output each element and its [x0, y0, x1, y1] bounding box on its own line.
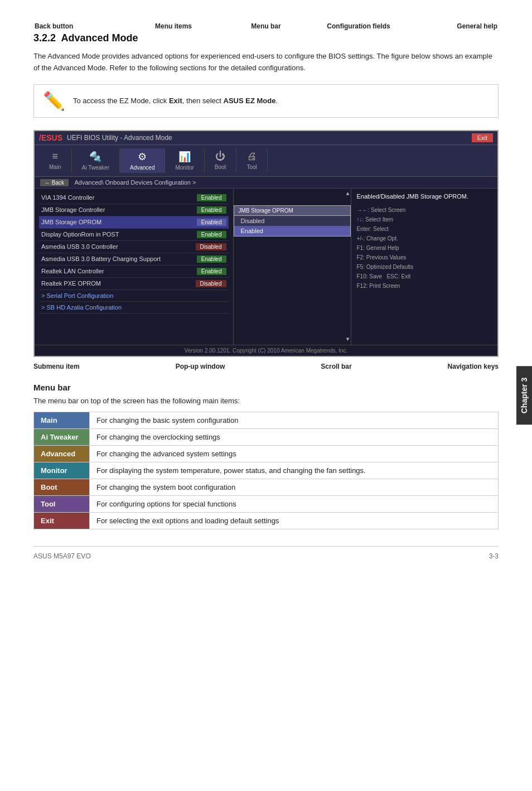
- bios-item-asmedia-usb[interactable]: Asmedia USB 3.0 Controller Disabled: [39, 241, 229, 253]
- menubar-desc-1: For changing the overclocking settings: [90, 428, 499, 445]
- bios-logo: /ESUS: [39, 133, 62, 142]
- menubar-row-tool: ToolFor configuring options for special …: [34, 495, 499, 512]
- label-nav-keys: Navigation keys: [448, 363, 499, 370]
- boot-icon: ⏻: [215, 151, 225, 162]
- menubar-label-3: Monitor: [34, 462, 90, 479]
- bios-item-asmedia-charge[interactable]: Asmedia USB 3.0 Battery Charging Support…: [39, 253, 229, 266]
- bios-menu-monitor[interactable]: 📊 Monitor: [165, 148, 204, 173]
- bios-menu-boot[interactable]: ⏻ Boot: [205, 148, 237, 172]
- bios-title: UEFI BIOS Utility - Advanced Mode: [67, 134, 467, 142]
- popup-item-disabled[interactable]: Disabled: [234, 216, 350, 226]
- sb-azalia-label: > SB HD Azalia Configuration: [41, 304, 122, 311]
- asmedia-usb-value: Disabled: [196, 243, 226, 250]
- monitor-label: Monitor: [175, 165, 194, 171]
- nav-f12: F12: Print Screen: [357, 281, 492, 291]
- bios-popup-window: JMB Storage OPROM Disabled Enabled: [234, 205, 351, 237]
- tool-icon: 🖨: [247, 151, 257, 162]
- aitweaker-label: Ai Tweaker: [82, 165, 109, 171]
- bios-item-sb-azalia[interactable]: > SB HD Azalia Configuration: [39, 302, 229, 313]
- menubar-label-6: Exit: [34, 512, 90, 529]
- popup-item-enabled[interactable]: Enabled: [234, 226, 350, 236]
- bios-help-text: Enabled/Disabled JMB Storage OPROM.: [357, 193, 492, 200]
- menubar-row-monitor: MonitorFor displaying the system tempera…: [34, 462, 499, 479]
- bios-breadcrumb: ← Back Advanced\ Onboard Devices Configu…: [35, 177, 497, 189]
- bios-item-via[interactable]: VIA 1394 Controller Enabled: [39, 192, 229, 204]
- realtek-lan-label: Realtek LAN Controller: [41, 268, 104, 274]
- jmb-storage-label: JMB Storage Controller: [41, 206, 105, 213]
- note-text: To access the EZ Mode, click Exit, then …: [73, 97, 278, 105]
- note-icon: ✏️: [43, 90, 65, 112]
- bios-content-area: VIA 1394 Controller Enabled JMB Storage …: [35, 189, 497, 345]
- menubar-desc-6: For selecting the exit options and loadi…: [90, 512, 499, 529]
- section-title: 3.2.2 Advanced Mode: [33, 32, 499, 44]
- nav-f10-esc: F10: Save ESC: Exit: [357, 272, 492, 281]
- menubar-desc-2: For changing the advanced system setting…: [90, 445, 499, 462]
- bios-popup-area: JMB Storage OPROM Disabled Enabled ▲ ▼: [234, 189, 351, 345]
- serial-port-label: > Serial Port Configuration: [41, 292, 113, 299]
- bios-exit-button[interactable]: Exit: [472, 133, 493, 142]
- bios-item-serial-port[interactable]: > Serial Port Configuration: [39, 290, 229, 302]
- bios-nav-keys: →←: Select Screen ↑↓: Select Item Enter:…: [357, 205, 492, 291]
- bios-topbar: /ESUS UEFI BIOS Utility - Advanced Mode …: [35, 131, 497, 145]
- label-menu-bar: Menu bar: [220, 22, 312, 30]
- section-description: The Advanced Mode provides advanced opti…: [33, 51, 499, 74]
- asmedia-charge-label: Asmedia USB 3.0 Battery Charging Support: [41, 255, 161, 262]
- nav-change: +/-: Change Opt.: [357, 234, 492, 243]
- display-optrom-value: Enabled: [197, 231, 226, 238]
- label-menu-items: Menu items: [127, 22, 220, 30]
- jmb-oprom-value: Enabled: [197, 219, 226, 226]
- bios-menu-advanced[interactable]: ⚙ Advanced: [120, 148, 165, 173]
- advanced-icon: ⚙: [138, 151, 147, 163]
- menubar-label-2: Advanced: [34, 445, 90, 462]
- menubar-label-0: Main: [34, 412, 90, 428]
- bios-item-jmb-storage[interactable]: JMB Storage Controller Enabled: [39, 204, 229, 216]
- page-footer: ASUS M5A97 EVO 3-3: [33, 546, 499, 560]
- nav-f5: F5: Optimized Defaults: [357, 262, 492, 272]
- bios-item-realtek-pxe[interactable]: Realtek PXE OPROM Disabled: [39, 278, 229, 290]
- realtek-lan-value: Enabled: [197, 268, 226, 275]
- menubar-row-advanced: AdvancedFor changing the advanced system…: [34, 445, 499, 462]
- boot-label: Boot: [215, 164, 226, 170]
- display-optrom-label: Display OptionRom in POST: [41, 231, 119, 238]
- label-config-fields: Configuration fields: [312, 22, 405, 30]
- bios-back-button[interactable]: ← Back: [40, 179, 69, 186]
- menubar-desc-4: For changing the system boot configurati…: [90, 479, 499, 495]
- tool-label: Tool: [246, 164, 257, 170]
- scroll-up-arrow[interactable]: ▲: [346, 191, 349, 197]
- label-back-button: Back button: [35, 22, 127, 30]
- label-submenu-item: Submenu item: [33, 363, 80, 370]
- bios-menu-row: ≡ Main 🔩 Ai Tweaker ⚙ Advanced 📊 Monitor…: [35, 145, 497, 177]
- main-icon: ≡: [52, 151, 59, 162]
- diagram-bottom-labels: Submenu item Pop-up window Scroll bar Na…: [33, 363, 499, 370]
- bios-footer: Version 2.00.1201. Copyright (C) 2010 Am…: [35, 345, 497, 356]
- menubar-desc-3: For displaying the system temperature, p…: [90, 462, 499, 479]
- nav-select-screen: →←: Select Screen: [357, 205, 492, 215]
- menubar-row-ai-tweaker: Ai TweakerFor changing the overclocking …: [34, 428, 499, 445]
- menubar-section: Menu bar The menu bar on top of the scre…: [33, 383, 499, 529]
- bios-item-jmb-oprom[interactable]: JMB Storage OPROM Enabled: [39, 216, 229, 229]
- bios-item-realtek-lan[interactable]: Realtek LAN Controller Enabled: [39, 266, 229, 278]
- realtek-pxe-value: Disabled: [196, 280, 226, 287]
- scroll-down-arrow[interactable]: ▼: [346, 336, 349, 343]
- monitor-icon: 📊: [178, 151, 191, 163]
- advanced-label: Advanced: [130, 165, 154, 171]
- menubar-description: The menu bar on top of the screen has th…: [33, 397, 499, 405]
- bios-menu-aitweaker[interactable]: 🔩 Ai Tweaker: [72, 148, 120, 173]
- label-general-help: General help: [405, 22, 497, 30]
- asmedia-usb-label: Asmedia USB 3.0 Controller: [41, 243, 118, 250]
- bios-menu-main[interactable]: ≡ Main: [39, 148, 72, 172]
- bios-screenshot: /ESUS UEFI BIOS Utility - Advanced Mode …: [33, 130, 499, 357]
- menubar-desc-0: For changing the basic system configurat…: [90, 412, 499, 428]
- menubar-label-1: Ai Tweaker: [34, 428, 90, 445]
- jmb-oprom-label: JMB Storage OPROM: [41, 219, 101, 225]
- label-scroll-bar: Scroll bar: [321, 363, 351, 370]
- bios-menu-tool[interactable]: 🖨 Tool: [236, 148, 267, 172]
- menubar-desc-5: For configuring options for special func…: [90, 495, 499, 512]
- note-box: ✏️ To access the EZ Mode, click Exit, th…: [33, 84, 499, 118]
- bios-item-display-optrom[interactable]: Display OptionRom in POST Enabled: [39, 229, 229, 241]
- nav-f2: F2: Previous Values: [357, 253, 492, 262]
- footer-product: ASUS M5A97 EVO: [33, 552, 91, 560]
- nav-f1: F1: General Help: [357, 243, 492, 253]
- diagram-top-labels: Back button Menu items Menu bar Configur…: [33, 22, 499, 30]
- menubar-row-exit: ExitFor selecting the exit options and l…: [34, 512, 499, 529]
